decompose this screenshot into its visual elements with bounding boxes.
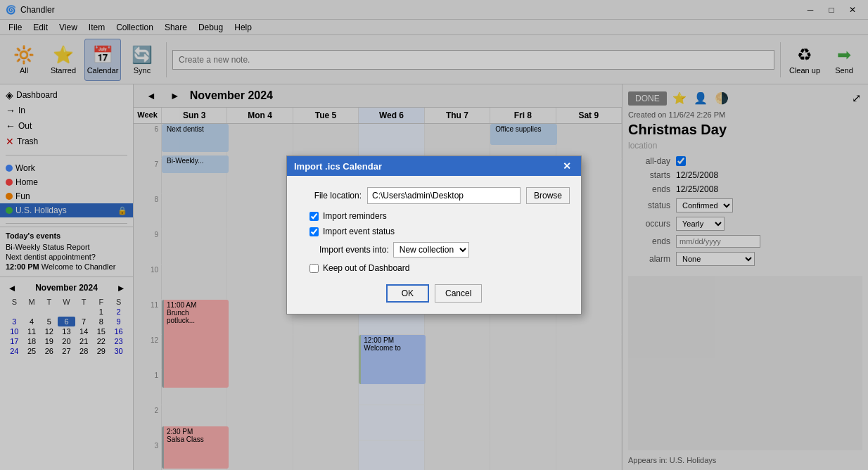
dialog-overlay: Import .ics Calendar ✕ File location: Br… bbox=[0, 0, 868, 470]
keep-out-checkbox[interactable] bbox=[309, 264, 319, 273]
dialog-close-button[interactable]: ✕ bbox=[560, 160, 574, 172]
import-event-status-label: Import event status bbox=[323, 227, 395, 236]
dialog-body: File location: Browse Import reminders I… bbox=[287, 176, 581, 314]
dialog-buttons: OK Cancel bbox=[298, 284, 570, 303]
dialog-titlebar: Import .ics Calendar ✕ bbox=[287, 156, 581, 176]
file-location-input[interactable] bbox=[367, 187, 521, 204]
import-into-row: Import events into: New collection Work … bbox=[298, 242, 570, 258]
dialog-title: Import .ics Calendar bbox=[294, 161, 382, 172]
collection-select[interactable]: New collection Work Home Fun U.S. Holida… bbox=[393, 242, 469, 258]
cancel-button[interactable]: Cancel bbox=[435, 284, 482, 303]
ok-button[interactable]: OK bbox=[386, 284, 429, 303]
import-reminders-checkbox[interactable] bbox=[309, 212, 319, 221]
file-location-row: File location: Browse bbox=[298, 187, 570, 204]
import-reminders-row: Import reminders bbox=[298, 211, 570, 221]
keep-out-row: Keep out of Dashboard bbox=[298, 263, 570, 273]
import-dialog: Import .ics Calendar ✕ File location: Br… bbox=[286, 155, 582, 315]
browse-button[interactable]: Browse bbox=[526, 187, 570, 204]
import-event-status-row: Import event status bbox=[298, 227, 570, 236]
import-reminders-label: Import reminders bbox=[323, 211, 387, 221]
import-event-status-checkbox[interactable] bbox=[309, 227, 319, 236]
file-location-label: File location: bbox=[298, 191, 362, 201]
import-into-label: Import events into: bbox=[319, 245, 389, 255]
keep-out-label: Keep out of Dashboard bbox=[323, 263, 409, 273]
